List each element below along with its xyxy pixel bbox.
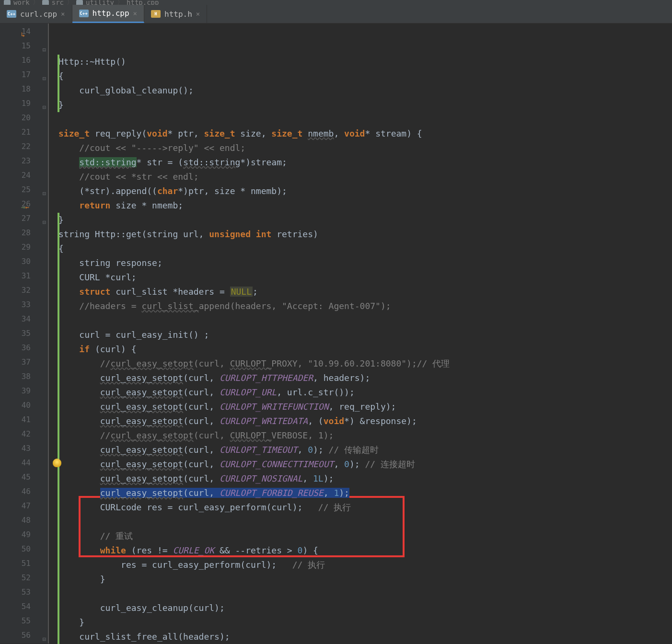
line-number[interactable]: 48 — [0, 513, 48, 528]
editor-tab[interactable]: C++curl.cpp× — [0, 5, 72, 23]
line-number[interactable]: 17⊟ — [0, 68, 48, 82]
code-line[interactable] — [58, 313, 672, 328]
line-number[interactable]: 23 — [0, 154, 48, 168]
vcs-change-marker[interactable] — [58, 515, 59, 529]
line-number[interactable]: 22 — [0, 139, 48, 154]
fold-toggle-icon[interactable]: ⊟ — [40, 215, 46, 221]
code-line[interactable]: curl_easy_setopt(curl, CURLOPT_URL, url.… — [58, 385, 672, 400]
line-number[interactable]: 55 — [0, 614, 48, 628]
fold-toggle-icon[interactable]: ⊟ — [40, 186, 46, 192]
vcs-change-marker[interactable] — [58, 270, 59, 285]
vcs-change-marker[interactable] — [58, 500, 59, 515]
line-number[interactable]: 34 — [0, 312, 48, 326]
crumb-file[interactable]: http.cpp — [127, 0, 159, 5]
code-line[interactable]: { — [58, 69, 672, 83]
vcs-change-marker[interactable] — [58, 328, 59, 342]
code-line[interactable]: curl_easy_setopt(curl, CURLOPT_WRITEFUNC… — [58, 400, 672, 414]
close-icon[interactable]: × — [196, 10, 200, 18]
line-number[interactable]: 41 — [0, 413, 48, 427]
vcs-change-marker[interactable] — [58, 55, 59, 69]
vcs-change-marker[interactable] — [58, 242, 59, 256]
vcs-change-marker[interactable] — [58, 630, 59, 644]
code-area[interactable]: Http::~Http(){ curl_global_cleanup();}si… — [48, 23, 672, 644]
vcs-change-marker[interactable] — [58, 529, 59, 543]
editor-tab[interactable]: Hhttp.h× — [144, 5, 207, 23]
vcs-change-marker[interactable] — [58, 227, 59, 242]
line-number[interactable]: 30 — [0, 254, 48, 269]
line-number[interactable]: 31 — [0, 269, 48, 283]
code-line[interactable]: Http::~Http() — [58, 55, 672, 69]
crumb-src[interactable]: src — [52, 0, 64, 5]
code-line[interactable]: curl = curl_easy_init() ; — [58, 328, 672, 342]
code-line[interactable] — [58, 515, 672, 529]
line-number[interactable]: 16 — [0, 53, 48, 68]
line-number[interactable]: 21 — [0, 125, 48, 139]
crumb-utility[interactable]: utility — [86, 0, 114, 5]
code-line[interactable]: } — [58, 213, 672, 227]
line-number[interactable]: 47 — [0, 499, 48, 513]
code-line[interactable]: //cout << "----->reply" << endl; — [58, 141, 672, 155]
fold-toggle-icon[interactable]: ⊟ — [40, 43, 46, 48]
intention-bulb-icon[interactable] — [53, 459, 61, 467]
line-number[interactable]: 44 — [0, 456, 48, 470]
line-number[interactable]: 28 — [0, 226, 48, 240]
vcs-change-marker[interactable] — [58, 256, 59, 270]
line-number[interactable]: 33 — [0, 298, 48, 312]
code-line[interactable]: curl_easy_setopt(curl, CURLOPT_CONNECTTI… — [58, 457, 672, 472]
code-line[interactable]: curl_slist_free_all(headers); — [58, 630, 672, 644]
vcs-change-marker[interactable] — [58, 601, 59, 615]
line-number[interactable]: 18 — [0, 82, 48, 96]
line-number[interactable]: 50 — [0, 542, 48, 556]
code-editor[interactable]: 14↳15⊟1617⊟1819⊟202122232425⊟26→←27⊟2829… — [0, 23, 672, 644]
line-number[interactable]: 54 — [0, 599, 48, 614]
line-number[interactable]: 14↳ — [0, 24, 48, 39]
code-line[interactable]: struct curl_slist *headers = NULL; — [58, 285, 672, 299]
code-line[interactable]: { — [58, 242, 672, 256]
editor-tab[interactable]: C++http.cpp× — [72, 5, 145, 23]
vcs-change-marker[interactable] — [58, 385, 59, 400]
vcs-change-marker[interactable] — [58, 472, 59, 486]
code-line[interactable]: curl_global_cleanup(); — [58, 83, 672, 98]
code-line[interactable]: curl_easy_cleanup(curl); — [58, 601, 672, 615]
line-number[interactable]: 26→← — [0, 197, 48, 211]
code-line[interactable]: std::string* str = (std::string*)stream; — [58, 155, 672, 170]
code-line[interactable]: //curl_easy_setopt(curl, CURLOPT_PROXY, … — [58, 356, 672, 371]
line-number[interactable]: 46 — [0, 484, 48, 499]
line-number[interactable]: 29 — [0, 240, 48, 254]
line-number[interactable]: 39 — [0, 384, 48, 398]
vcs-change-marker[interactable] — [58, 299, 59, 313]
vcs-change-marker[interactable] — [58, 83, 59, 98]
code-line[interactable]: } — [58, 98, 672, 112]
close-icon[interactable]: × — [61, 10, 65, 18]
vcs-change-marker[interactable] — [58, 615, 59, 630]
vcs-change-marker[interactable] — [58, 543, 59, 558]
code-line[interactable]: if (curl) { — [58, 342, 672, 356]
code-line[interactable]: CURLcode res = curl_easy_perform(curl); … — [58, 500, 672, 515]
code-line[interactable]: string Http::get(string url, unsigned in… — [58, 227, 672, 242]
vcs-change-marker[interactable] — [58, 428, 59, 443]
code-line[interactable]: curl_easy_setopt(curl, CURLOPT_TIMEOUT, … — [58, 443, 672, 457]
line-number[interactable]: 42 — [0, 427, 48, 441]
vcs-change-marker[interactable] — [58, 213, 59, 227]
code-line[interactable]: } — [58, 615, 672, 630]
line-number[interactable]: 36 — [0, 341, 48, 355]
line-number[interactable]: 38 — [0, 369, 48, 384]
vcs-change-marker[interactable] — [58, 400, 59, 414]
code-line[interactable] — [58, 586, 672, 601]
vcs-change-marker[interactable] — [58, 342, 59, 356]
line-number[interactable]: 20 — [0, 111, 48, 125]
vcs-change-marker[interactable] — [58, 371, 59, 385]
line-number[interactable]: 24 — [0, 168, 48, 183]
code-line[interactable]: //curl_easy_setopt(curl, CURLOPT_VERBOSE… — [58, 428, 672, 443]
close-icon[interactable]: × — [133, 10, 137, 17]
code-line[interactable]: return size * nmemb; — [58, 198, 672, 213]
line-number[interactable]: 49 — [0, 528, 48, 542]
code-line[interactable]: while (res != CURLE_OK && --retries > 0)… — [58, 543, 672, 558]
code-line[interactable]: string response; — [58, 256, 672, 270]
code-line[interactable]: } — [58, 572, 672, 586]
code-line[interactable]: // 重试 — [58, 529, 672, 543]
code-line[interactable]: (*str).append((char*)ptr, size * nmemb); — [58, 184, 672, 198]
vcs-change-marker[interactable] — [58, 558, 59, 572]
vcs-change-marker[interactable] — [58, 356, 59, 371]
code-line[interactable]: //cout << *str << endl; — [58, 170, 672, 184]
